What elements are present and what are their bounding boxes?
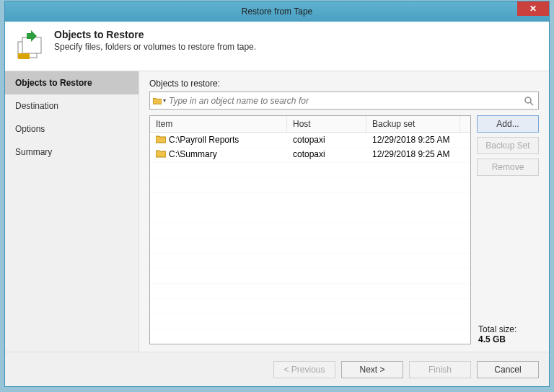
row-host: cotopaxi xyxy=(287,135,366,145)
search-row: ▾ xyxy=(149,92,539,110)
table-header: Item Host Backup set xyxy=(150,116,470,133)
remove-button[interactable]: Remove xyxy=(477,159,539,176)
table-row[interactable]: C:\Summary cotopaxi 12/29/2018 9:25 AM xyxy=(150,147,470,161)
row-set: 12/29/2018 9:25 AM xyxy=(366,149,460,159)
step-objects-to-restore[interactable]: Objects to Restore xyxy=(5,71,138,94)
restore-icon xyxy=(15,29,47,61)
page-subtitle: Specify files, folders or volumes to res… xyxy=(54,42,256,52)
svg-line-5 xyxy=(530,102,533,105)
wizard-steps: Objects to Restore Destination Options S… xyxy=(5,71,139,352)
row-item: C:\Payroll Reports xyxy=(169,135,239,145)
total-size: Total size: 4.5 GB xyxy=(477,324,539,344)
column-backup-set[interactable]: Backup set xyxy=(366,116,460,132)
table-body: C:\Payroll Reports cotopaxi 12/29/2018 9… xyxy=(150,133,470,344)
finish-button[interactable]: Finish xyxy=(409,361,471,378)
step-options[interactable]: Options xyxy=(5,117,138,141)
side-buttons: Add... Backup Set Remove Total size: 4.5… xyxy=(477,115,539,344)
cancel-button[interactable]: Cancel xyxy=(477,361,539,378)
objects-table: Item Host Backup set C:\Payroll Reports … xyxy=(149,115,471,344)
main-panel: Objects to restore: ▾ Item Host Backup s… xyxy=(139,71,549,352)
table-row[interactable]: C:\Payroll Reports cotopaxi 12/29/2018 9… xyxy=(150,133,470,147)
backup-set-button[interactable]: Backup Set xyxy=(477,137,539,154)
close-icon: ✕ xyxy=(529,4,537,14)
step-summary[interactable]: Summary xyxy=(5,141,138,164)
page-title: Objects to Restore xyxy=(54,29,256,40)
total-label: Total size: xyxy=(478,324,539,334)
previous-button[interactable]: < Previous xyxy=(273,361,335,378)
wizard-body: Objects to Restore Destination Options S… xyxy=(5,71,549,352)
content-row: Item Host Backup set C:\Payroll Reports … xyxy=(149,115,539,344)
step-destination[interactable]: Destination xyxy=(5,94,138,117)
wizard-footer: < Previous Next > Finish Cancel xyxy=(5,352,549,386)
row-item: C:\Summary xyxy=(169,149,217,159)
row-set: 12/29/2018 9:25 AM xyxy=(366,135,460,145)
close-button[interactable]: ✕ xyxy=(517,1,549,16)
search-input[interactable] xyxy=(166,96,522,106)
svg-point-4 xyxy=(525,97,531,103)
total-value: 4.5 GB xyxy=(478,334,539,344)
window-title: Restore from Tape xyxy=(242,6,313,17)
dialog-window: Restore from Tape ✕ Objects to Restore S… xyxy=(4,1,550,387)
objects-label: Objects to restore: xyxy=(149,79,539,89)
folder-dropdown-icon[interactable]: ▾ xyxy=(153,97,166,105)
wizard-header: Objects to Restore Specify files, folder… xyxy=(5,22,549,71)
folder-icon xyxy=(156,135,166,146)
row-host: cotopaxi xyxy=(287,149,366,159)
column-item[interactable]: Item xyxy=(150,116,287,132)
svg-rect-3 xyxy=(18,53,30,59)
add-button[interactable]: Add... xyxy=(477,115,539,133)
next-button[interactable]: Next > xyxy=(341,361,403,378)
column-host[interactable]: Host xyxy=(287,116,366,132)
search-icon[interactable] xyxy=(522,96,535,106)
folder-icon xyxy=(156,149,166,160)
titlebar: Restore from Tape ✕ xyxy=(5,1,549,22)
